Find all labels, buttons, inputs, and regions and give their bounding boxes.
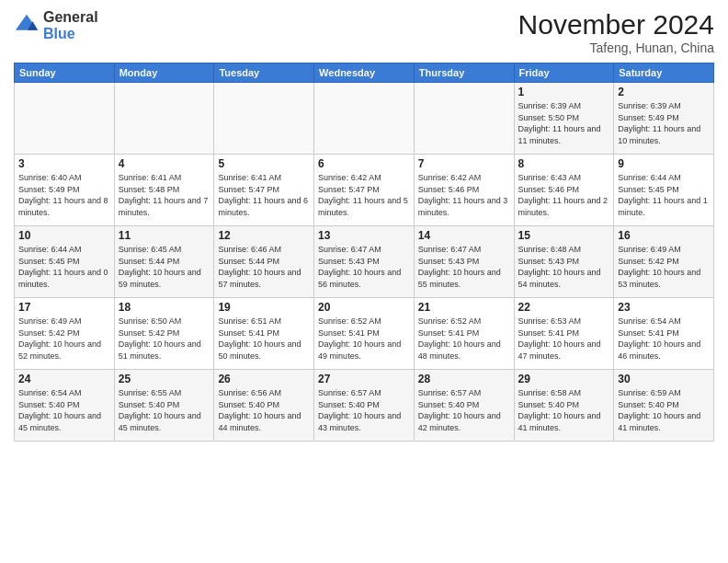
logo-general: General — [43, 9, 98, 26]
day-info: Sunrise: 6:42 AM Sunset: 5:47 PM Dayligh… — [318, 172, 410, 218]
calendar-cell — [15, 83, 115, 155]
day-info: Sunrise: 6:40 AM Sunset: 5:49 PM Dayligh… — [18, 172, 110, 218]
day-number: 7 — [418, 157, 510, 170]
day-info: Sunrise: 6:52 AM Sunset: 5:41 PM Dayligh… — [318, 316, 410, 362]
day-number: 13 — [318, 229, 410, 242]
day-number: 18 — [119, 301, 210, 314]
calendar-cell: 17Sunrise: 6:49 AM Sunset: 5:42 PM Dayli… — [15, 298, 115, 370]
logo: General Blue — [14, 9, 98, 41]
day-number: 23 — [618, 301, 710, 314]
calendar-cell: 28Sunrise: 6:57 AM Sunset: 5:40 PM Dayli… — [414, 370, 514, 442]
location: Tafeng, Hunan, China — [518, 40, 714, 55]
calendar-cell: 15Sunrise: 6:48 AM Sunset: 5:43 PM Dayli… — [514, 226, 614, 298]
day-number: 22 — [518, 301, 610, 314]
header-day: Saturday — [614, 63, 714, 83]
calendar-cell: 9Sunrise: 6:44 AM Sunset: 5:45 PM Daylig… — [614, 155, 714, 226]
calendar-cell: 24Sunrise: 6:54 AM Sunset: 5:40 PM Dayli… — [15, 370, 115, 442]
calendar-cell — [314, 83, 415, 155]
day-number: 25 — [119, 373, 210, 385]
header-day: Sunday — [15, 63, 115, 83]
day-number: 17 — [18, 301, 110, 314]
calendar-week: 3Sunrise: 6:40 AM Sunset: 5:49 PM Daylig… — [15, 155, 714, 226]
day-info: Sunrise: 6:39 AM Sunset: 5:49 PM Dayligh… — [618, 100, 710, 146]
day-info: Sunrise: 6:46 AM Sunset: 5:44 PM Dayligh… — [218, 244, 310, 290]
day-info: Sunrise: 6:48 AM Sunset: 5:43 PM Dayligh… — [518, 244, 610, 290]
calendar-week: 17Sunrise: 6:49 AM Sunset: 5:42 PM Dayli… — [15, 298, 714, 370]
calendar-cell: 25Sunrise: 6:55 AM Sunset: 5:40 PM Dayli… — [114, 370, 214, 442]
day-number: 27 — [318, 373, 410, 385]
day-number: 28 — [418, 373, 510, 385]
calendar-cell: 8Sunrise: 6:43 AM Sunset: 5:46 PM Daylig… — [514, 155, 614, 226]
page-container: General Blue November 2024 Tafeng, Hunan… — [0, 0, 728, 446]
day-number: 29 — [518, 373, 610, 385]
day-number: 20 — [318, 301, 410, 314]
calendar-cell: 10Sunrise: 6:44 AM Sunset: 5:45 PM Dayli… — [15, 226, 115, 298]
day-info: Sunrise: 6:59 AM Sunset: 5:40 PM Dayligh… — [618, 387, 710, 433]
calendar-cell: 6Sunrise: 6:42 AM Sunset: 5:47 PM Daylig… — [314, 155, 415, 226]
header: General Blue November 2024 Tafeng, Hunan… — [14, 9, 714, 55]
day-number: 14 — [418, 229, 510, 242]
calendar-cell: 13Sunrise: 6:47 AM Sunset: 5:43 PM Dayli… — [314, 226, 415, 298]
calendar-cell — [214, 83, 314, 155]
day-info: Sunrise: 6:57 AM Sunset: 5:40 PM Dayligh… — [318, 387, 410, 433]
day-number: 15 — [518, 229, 610, 242]
calendar-week: 1Sunrise: 6:39 AM Sunset: 5:50 PM Daylig… — [15, 83, 714, 155]
calendar-cell: 3Sunrise: 6:40 AM Sunset: 5:49 PM Daylig… — [15, 155, 115, 226]
calendar-cell: 18Sunrise: 6:50 AM Sunset: 5:42 PM Dayli… — [114, 298, 214, 370]
day-number: 4 — [119, 157, 210, 170]
calendar-cell: 11Sunrise: 6:45 AM Sunset: 5:44 PM Dayli… — [114, 226, 214, 298]
day-info: Sunrise: 6:41 AM Sunset: 5:48 PM Dayligh… — [119, 172, 210, 218]
calendar-cell: 21Sunrise: 6:52 AM Sunset: 5:41 PM Dayli… — [414, 298, 514, 370]
calendar-week: 10Sunrise: 6:44 AM Sunset: 5:45 PM Dayli… — [15, 226, 714, 298]
calendar-cell: 27Sunrise: 6:57 AM Sunset: 5:40 PM Dayli… — [314, 370, 415, 442]
day-info: Sunrise: 6:54 AM Sunset: 5:40 PM Dayligh… — [18, 387, 110, 433]
calendar-table: SundayMondayTuesdayWednesdayThursdayFrid… — [14, 63, 714, 442]
day-number: 6 — [318, 157, 410, 170]
calendar-cell: 23Sunrise: 6:54 AM Sunset: 5:41 PM Dayli… — [614, 298, 714, 370]
day-number: 24 — [18, 373, 110, 385]
day-info: Sunrise: 6:51 AM Sunset: 5:41 PM Dayligh… — [218, 316, 310, 362]
logo-icon — [14, 13, 40, 39]
day-info: Sunrise: 6:58 AM Sunset: 5:40 PM Dayligh… — [518, 387, 610, 433]
header-day: Tuesday — [214, 63, 314, 83]
calendar-cell: 7Sunrise: 6:42 AM Sunset: 5:46 PM Daylig… — [414, 155, 514, 226]
day-info: Sunrise: 6:41 AM Sunset: 5:47 PM Dayligh… — [218, 172, 310, 218]
calendar-cell: 19Sunrise: 6:51 AM Sunset: 5:41 PM Dayli… — [214, 298, 314, 370]
logo-text: General Blue — [43, 9, 98, 41]
day-info: Sunrise: 6:55 AM Sunset: 5:40 PM Dayligh… — [119, 387, 210, 433]
header-day: Wednesday — [314, 63, 415, 83]
day-info: Sunrise: 6:52 AM Sunset: 5:41 PM Dayligh… — [418, 316, 510, 362]
title-block: November 2024 Tafeng, Hunan, China — [518, 9, 714, 55]
calendar-week: 24Sunrise: 6:54 AM Sunset: 5:40 PM Dayli… — [15, 370, 714, 442]
calendar-cell: 22Sunrise: 6:53 AM Sunset: 5:41 PM Dayli… — [514, 298, 614, 370]
calendar-header: SundayMondayTuesdayWednesdayThursdayFrid… — [15, 63, 714, 83]
day-info: Sunrise: 6:42 AM Sunset: 5:46 PM Dayligh… — [418, 172, 510, 218]
calendar-cell: 26Sunrise: 6:56 AM Sunset: 5:40 PM Dayli… — [214, 370, 314, 442]
day-info: Sunrise: 6:47 AM Sunset: 5:43 PM Dayligh… — [418, 244, 510, 290]
calendar-cell — [414, 83, 514, 155]
day-info: Sunrise: 6:49 AM Sunset: 5:42 PM Dayligh… — [618, 244, 710, 290]
header-day: Thursday — [414, 63, 514, 83]
day-number: 30 — [618, 373, 710, 385]
day-number: 12 — [218, 229, 310, 242]
day-info: Sunrise: 6:44 AM Sunset: 5:45 PM Dayligh… — [18, 244, 110, 290]
calendar-cell — [114, 83, 214, 155]
day-info: Sunrise: 6:56 AM Sunset: 5:40 PM Dayligh… — [218, 387, 310, 433]
day-number: 3 — [18, 157, 110, 170]
calendar-cell: 29Sunrise: 6:58 AM Sunset: 5:40 PM Dayli… — [514, 370, 614, 442]
header-day: Monday — [114, 63, 214, 83]
calendar-cell: 30Sunrise: 6:59 AM Sunset: 5:40 PM Dayli… — [614, 370, 714, 442]
header-day: Friday — [514, 63, 614, 83]
day-number: 1 — [518, 86, 610, 98]
day-info: Sunrise: 6:49 AM Sunset: 5:42 PM Dayligh… — [18, 316, 110, 362]
day-number: 8 — [518, 157, 610, 170]
day-number: 5 — [218, 157, 310, 170]
calendar-cell: 2Sunrise: 6:39 AM Sunset: 5:49 PM Daylig… — [614, 83, 714, 155]
day-number: 10 — [18, 229, 110, 242]
day-info: Sunrise: 6:53 AM Sunset: 5:41 PM Dayligh… — [518, 316, 610, 362]
calendar-cell: 1Sunrise: 6:39 AM Sunset: 5:50 PM Daylig… — [514, 83, 614, 155]
logo-blue: Blue — [43, 26, 98, 42]
calendar-body: 1Sunrise: 6:39 AM Sunset: 5:50 PM Daylig… — [15, 83, 714, 442]
day-info: Sunrise: 6:50 AM Sunset: 5:42 PM Dayligh… — [119, 316, 210, 362]
calendar-cell: 14Sunrise: 6:47 AM Sunset: 5:43 PM Dayli… — [414, 226, 514, 298]
